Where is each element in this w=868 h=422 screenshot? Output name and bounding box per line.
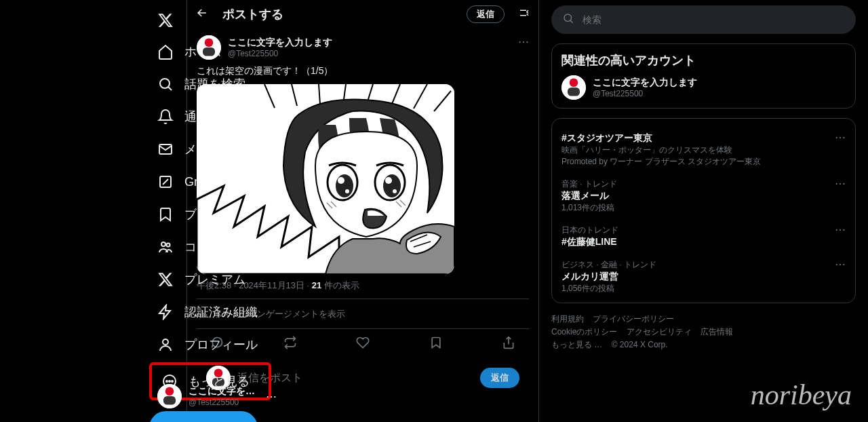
svg-point-31 xyxy=(345,189,349,193)
trend-meta: ビジネス · 金融 · トレンド xyxy=(561,259,846,271)
footer-link[interactable]: Cookieのポリシー xyxy=(551,327,617,337)
sidebar: ホーム 話題を検索 通知 メッセージ Grok ブックマーク xyxy=(0,0,186,422)
more-icon[interactable]: ⋯ xyxy=(835,177,846,190)
post-views-count[interactable]: 21 xyxy=(312,280,321,290)
reply-button[interactable]: 返信 xyxy=(480,368,519,388)
search-icon xyxy=(157,76,174,92)
home-icon xyxy=(157,43,174,60)
avatar xyxy=(561,75,586,100)
bookmark-icon xyxy=(157,206,174,223)
footer-link[interactable]: もっと見る … xyxy=(551,340,602,349)
trend-promoted-by: Promoted by ワーナー ブラザース スタジオツアー東京 xyxy=(561,156,846,168)
person-icon xyxy=(157,337,174,353)
post-author-name[interactable]: ここに文字を入力します xyxy=(228,37,332,49)
search-input[interactable] xyxy=(583,14,845,25)
more-icon[interactable]: ⋯ xyxy=(835,223,846,236)
trend-meta: 音楽 · トレンド xyxy=(561,178,846,190)
x-logo[interactable] xyxy=(149,7,271,34)
grok-icon xyxy=(157,174,174,190)
sidebar-item-verified-orgs[interactable]: 認証済み組織 xyxy=(149,297,271,327)
like-icon[interactable] xyxy=(356,336,370,352)
post-more-icon[interactable]: ⋯ xyxy=(518,35,529,48)
sidebar-item-profile[interactable]: プロフィール xyxy=(149,330,271,360)
trends-card: #スタジオツアー東京 映画「ハリー・ポッター」のクリスマスを体験 Promote… xyxy=(551,118,856,303)
footer-link[interactable]: アクセシビリティ xyxy=(627,327,692,337)
retweet-icon[interactable] xyxy=(283,336,297,352)
trend-count: 1,013件の投稿 xyxy=(561,202,846,214)
account-info: ここに文字を入力しま @Test225500 xyxy=(189,385,259,407)
trend-desc: 映画「ハリー・ポッター」のクリスマスを体験 xyxy=(561,145,846,156)
relevant-accounts-card: 関連性の高いアカウント ここに文字を入力します @Test225500 xyxy=(551,43,856,109)
svg-point-14 xyxy=(205,39,214,47)
bookmark-icon[interactable] xyxy=(429,336,443,352)
x-logo-icon xyxy=(157,271,174,288)
trend-item[interactable]: ビジネス · 金融 · トレンド メルカリ運営 1,056件の投稿 ⋯ xyxy=(561,254,846,300)
more-icon[interactable]: ⋯ xyxy=(835,131,846,144)
svg-point-0 xyxy=(160,79,170,88)
settings-icon[interactable] xyxy=(518,7,530,22)
trend-topic: #佐藤健LINE xyxy=(561,236,846,248)
footer-link[interactable]: 広告情報 xyxy=(701,327,733,337)
relevant-account-handle: @Test225500 xyxy=(593,89,697,98)
svg-point-40 xyxy=(564,14,572,22)
sidebar-item-label: 認証済み組織 xyxy=(184,304,258,320)
relevant-account[interactable]: ここに文字を入力します @Test225500 xyxy=(561,75,846,100)
trend-item[interactable]: 日本のトレンド #佐藤健LINE ⋯ xyxy=(561,219,846,254)
trend-count: 1,056件の投稿 xyxy=(561,283,846,294)
more-icon[interactable]: ⋯ xyxy=(835,258,846,271)
svg-rect-15 xyxy=(203,47,215,56)
search-icon xyxy=(562,12,574,27)
svg-rect-43 xyxy=(568,88,580,96)
mail-icon xyxy=(157,141,174,157)
svg-point-11 xyxy=(165,387,174,396)
footer-link[interactable]: 利用規約 xyxy=(551,314,584,324)
svg-point-29 xyxy=(338,177,344,184)
svg-point-3 xyxy=(161,242,165,246)
footer-link[interactable]: プライバシーポリシー xyxy=(593,314,674,324)
svg-point-28 xyxy=(383,174,401,197)
post-views-label: 件の表示 xyxy=(324,280,359,290)
relevant-account-name: ここに文字を入力します xyxy=(593,77,697,89)
svg-point-5 xyxy=(163,339,168,345)
x-logo-icon xyxy=(157,12,174,28)
post-author-handle[interactable]: @Test225500 xyxy=(228,49,332,58)
svg-point-42 xyxy=(570,79,578,88)
avatar xyxy=(157,384,182,408)
reply-chip[interactable]: 返信 xyxy=(467,5,505,23)
svg-point-32 xyxy=(393,189,397,193)
avatar[interactable] xyxy=(197,35,221,60)
trend-hashtag: #スタジオツアー東京 xyxy=(561,132,846,145)
trend-item[interactable]: 音楽 · トレンド 落選メール 1,013件の投稿 ⋯ xyxy=(561,173,846,219)
search-box[interactable] xyxy=(551,5,856,34)
svg-rect-12 xyxy=(163,396,176,405)
bell-icon xyxy=(157,109,174,125)
svg-point-30 xyxy=(385,177,392,184)
more-icon: ⋯ xyxy=(266,390,277,403)
right-column: 関連性の高いアカウント ここに文字を入力します @Test225500 #スタジ… xyxy=(539,0,868,422)
trend-meta: 日本のトレンド xyxy=(561,225,846,236)
footer-links: 利用規約 プライバシーポリシー Cookieのポリシー アクセシビリティ 広告情… xyxy=(551,313,856,352)
sidebar-item-label: プロフィール xyxy=(184,337,258,353)
svg-point-4 xyxy=(167,244,170,247)
account-handle: @Test225500 xyxy=(189,398,259,407)
share-icon[interactable] xyxy=(502,336,515,352)
svg-point-27 xyxy=(336,174,353,197)
footer-copyright: © 2024 X Corp. xyxy=(612,340,668,349)
manga-illustration xyxy=(197,84,454,274)
account-switcher[interactable]: ここに文字を入力しま @Test225500 ⋯ xyxy=(149,379,285,414)
lightning-icon xyxy=(157,304,174,320)
community-icon xyxy=(157,239,174,255)
post-image[interactable] xyxy=(197,84,454,274)
trend-topic: メルカリ運営 xyxy=(561,271,846,283)
trend-promoted[interactable]: #スタジオツアー東京 映画「ハリー・ポッター」のクリスマスを体験 Promote… xyxy=(561,127,846,173)
account-name: ここに文字を入力しま xyxy=(189,385,259,398)
trend-topic: 落選メール xyxy=(561,190,846,202)
relevant-title: 関連性の高いアカウント xyxy=(561,52,846,69)
